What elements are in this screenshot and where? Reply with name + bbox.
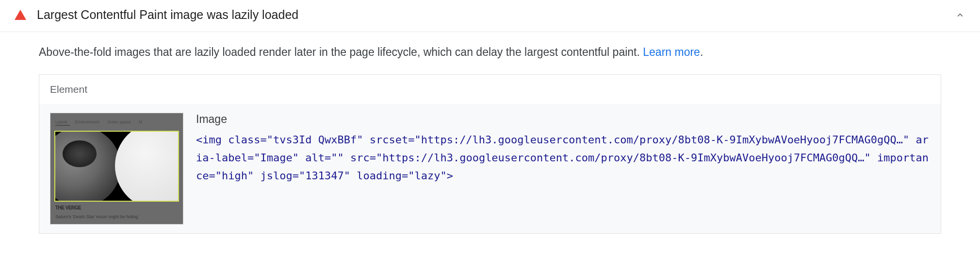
thumbnail-nav: Latest Environment Outer space N xyxy=(50,113,183,128)
thumbnail-brand: THE VERGE xyxy=(55,205,81,210)
thumb-underline xyxy=(55,125,70,126)
crater-graphic xyxy=(63,140,97,167)
description-text: Above-the-fold images that are lazily lo… xyxy=(39,46,643,58)
element-code-snippet: <img class="tvs3Id QwxBBf" srcset="https… xyxy=(196,131,930,185)
thumb-nav-item: Latest xyxy=(55,120,67,124)
element-label: Image xyxy=(196,113,930,126)
thumb-nav-item: Outer space xyxy=(107,120,131,124)
audit-title: Largest Contentful Paint image was lazil… xyxy=(37,8,955,22)
learn-more-link[interactable]: Learn more xyxy=(643,46,700,58)
moon-graphic-right xyxy=(115,131,179,202)
warning-triangle-icon xyxy=(15,10,26,20)
audit-body: Above-the-fold images that are lazily lo… xyxy=(0,32,980,243)
element-table: Element Latest Environment Outer space N… xyxy=(39,74,941,234)
thumb-nav-item: Environment xyxy=(75,120,100,124)
audit-header[interactable]: Largest Contentful Paint image was lazil… xyxy=(0,0,980,32)
audit-description: Above-the-fold images that are lazily lo… xyxy=(39,44,941,61)
element-thumbnail: Latest Environment Outer space N THE VER… xyxy=(50,113,183,225)
element-detail: Image <img class="tvs3Id QwxBBf" srcset=… xyxy=(196,113,930,185)
description-period: . xyxy=(700,46,703,58)
thumbnail-caption: Saturn's 'Death Star' moon might be hidi… xyxy=(55,214,138,219)
table-row: Latest Environment Outer space N THE VER… xyxy=(39,104,941,233)
thumb-nav-item: N xyxy=(139,120,142,124)
thumbnail-image-highlight xyxy=(54,131,179,202)
table-header-element: Element xyxy=(39,75,941,104)
moon-graphic-left xyxy=(54,131,121,202)
chevron-up-icon xyxy=(955,10,965,20)
